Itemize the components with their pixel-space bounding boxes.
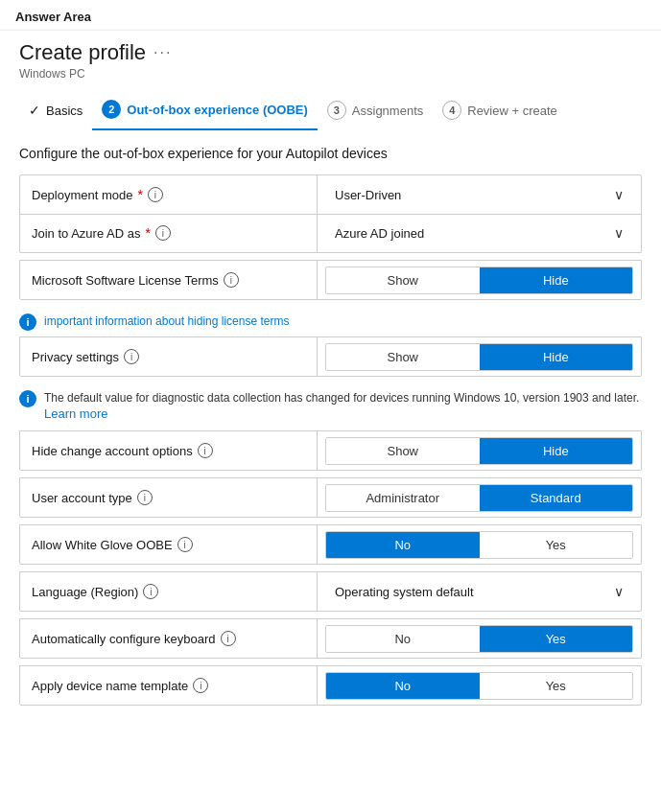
device-name-template-toggle: No Yes [325, 672, 633, 700]
join-azure-info-icon[interactable]: i [155, 225, 171, 241]
auto-keyboard-control: No Yes [318, 621, 641, 657]
auto-keyboard-label: Automatically configure keyboard i [20, 619, 318, 658]
license-terms-control: Show Hide [318, 263, 641, 298]
auto-keyboard-yes-btn[interactable]: Yes [480, 626, 633, 652]
allow-white-glove-control: No Yes [318, 527, 641, 563]
allow-white-glove-label: Allow White Glove OOBE i [20, 525, 318, 564]
user-account-standard-btn[interactable]: Standard [480, 485, 633, 511]
user-account-type-toggle: Administrator Standard [325, 484, 633, 512]
license-terms-label: Microsoft Software License Terms i [20, 261, 318, 299]
page-title: Create profile [19, 40, 146, 65]
join-azure-dropdown[interactable]: Azure AD joined ∨ [325, 220, 633, 246]
tab-assignments[interactable]: 3 Assignments [318, 93, 433, 129]
tab-oobe[interactable]: 2 Out-of-box experience (OOBE) [92, 92, 318, 130]
tab-review[interactable]: 4 Review + create [433, 93, 567, 129]
language-region-dropdown[interactable]: Operating system default ∨ [325, 578, 633, 605]
deployment-mode-label: Deployment mode * i [20, 175, 318, 214]
dropdown-arrow-icon: ∨ [614, 187, 624, 202]
license-info-banner: i important information about hiding lic… [19, 307, 642, 335]
join-azure-label: Join to Azure AD as * i [20, 214, 318, 252]
required-star-2: * [145, 225, 150, 241]
tab-review-num: 4 [442, 101, 461, 120]
allow-white-glove-row: Allow White Glove OOBE i No Yes [19, 524, 642, 565]
auto-keyboard-info-icon[interactable]: i [221, 631, 236, 646]
language-region-label: Language (Region) i [20, 572, 318, 611]
deployment-mode-row: Deployment mode * i User-Driven ∨ [19, 174, 642, 215]
tab-oobe-label: Out-of-box experience (OOBE) [127, 103, 308, 117]
deployment-mode-dropdown[interactable]: User-Driven ∨ [325, 181, 633, 208]
hide-change-hide-btn[interactable]: Hide [480, 438, 633, 464]
tab-basics-label: Basics [46, 104, 83, 118]
hide-change-account-control: Show Hide [318, 433, 641, 469]
license-terms-toggle: Show Hide [325, 267, 633, 294]
tab-basics[interactable]: ✓ Basics [19, 95, 92, 128]
user-account-type-label: User account type i [20, 478, 318, 517]
page-title-ellipsis: ··· [153, 44, 172, 61]
tab-review-label: Review + create [467, 104, 557, 118]
deployment-mode-control[interactable]: User-Driven ∨ [318, 177, 641, 212]
device-name-no-btn[interactable]: No [326, 673, 480, 699]
auto-keyboard-toggle: No Yes [325, 625, 633, 653]
tab-oobe-num: 2 [102, 100, 121, 119]
device-name-template-info-icon[interactable]: i [193, 678, 208, 693]
hide-change-show-btn[interactable]: Show [326, 438, 480, 464]
dropdown-arrow-icon-2: ∨ [614, 225, 624, 241]
auto-keyboard-row: Automatically configure keyboard i No Ye… [19, 618, 642, 659]
hide-change-account-row: Hide change account options i Show Hide [19, 430, 642, 471]
privacy-info-text: The default value for diagnostic data co… [44, 391, 639, 405]
privacy-hide-btn[interactable]: Hide [480, 344, 633, 370]
allow-white-glove-toggle: No Yes [325, 531, 633, 559]
privacy-settings-info-icon[interactable]: i [124, 349, 139, 364]
device-name-template-label: Apply device name template i [20, 666, 318, 705]
license-show-btn[interactable]: Show [326, 267, 480, 293]
required-star: * [138, 187, 143, 202]
deployment-mode-info-icon[interactable]: i [148, 187, 163, 202]
allow-white-glove-yes-btn[interactable]: Yes [480, 532, 633, 558]
privacy-settings-toggle: Show Hide [325, 343, 633, 371]
license-info-circle-icon: i [19, 313, 36, 331]
device-name-yes-btn[interactable]: Yes [480, 673, 633, 699]
allow-white-glove-no-btn[interactable]: No [326, 532, 480, 558]
hide-change-account-toggle: Show Hide [325, 437, 633, 465]
dropdown-arrow-language-icon: ∨ [614, 584, 624, 599]
language-region-control[interactable]: Operating system default ∨ [318, 574, 641, 609]
privacy-settings-row: Privacy settings i Show Hide [19, 336, 642, 377]
join-azure-row: Join to Azure AD as * i Azure AD joined … [19, 214, 642, 253]
hide-change-account-info-icon[interactable]: i [198, 443, 213, 458]
license-terms-info-icon[interactable]: i [224, 272, 239, 288]
license-terms-row: Microsoft Software License Terms i Show … [19, 260, 642, 300]
user-account-type-row: User account type i Administrator Standa… [19, 477, 642, 518]
user-account-administrator-btn[interactable]: Administrator [326, 485, 480, 511]
user-account-type-info-icon[interactable]: i [137, 490, 153, 505]
device-name-template-row: Apply device name template i No Yes [19, 665, 642, 706]
device-name-template-control: No Yes [318, 668, 641, 704]
user-account-type-control: Administrator Standard [318, 480, 641, 516]
license-hide-btn[interactable]: Hide [480, 267, 633, 293]
language-region-info-icon[interactable]: i [143, 584, 158, 599]
language-region-row: Language (Region) i Operating system def… [19, 571, 642, 612]
hide-change-account-label: Hide change account options i [20, 431, 318, 470]
license-info-text: important information about hiding licen… [44, 313, 289, 330]
privacy-learn-more-link[interactable]: Learn more [44, 406, 107, 421]
join-azure-control[interactable]: Azure AD joined ∨ [318, 216, 641, 250]
answer-area-header: Answer Area [0, 0, 661, 31]
wizard-tabs: ✓ Basics 2 Out-of-box experience (OOBE) … [19, 92, 642, 130]
license-info-link[interactable]: important information about hiding licen… [44, 314, 289, 328]
privacy-info-circle-icon: i [19, 390, 36, 407]
page-subtitle: Windows PC [19, 67, 642, 81]
check-icon: ✓ [29, 103, 40, 118]
section-title: Configure the out-of-box experience for … [19, 146, 642, 161]
privacy-settings-control: Show Hide [318, 339, 641, 375]
tab-assignments-label: Assignments [352, 104, 423, 118]
privacy-settings-label: Privacy settings i [20, 337, 318, 376]
privacy-info-banner: i The default value for diagnostic data … [19, 383, 642, 425]
auto-keyboard-no-btn[interactable]: No [326, 626, 480, 652]
tab-assignments-num: 3 [327, 101, 346, 120]
privacy-show-btn[interactable]: Show [326, 344, 480, 370]
allow-white-glove-info-icon[interactable]: i [177, 537, 193, 552]
